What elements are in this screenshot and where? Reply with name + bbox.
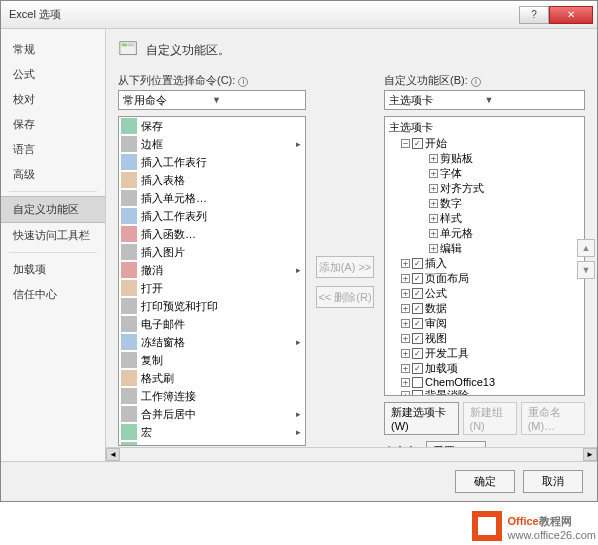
command-item[interactable]: 插入函数… — [119, 225, 305, 243]
tree-node-label: 背景消除 — [425, 388, 469, 396]
sidebar-item-addins[interactable]: 加载项 — [1, 257, 105, 282]
tree-node[interactable]: + ChemOffice13 — [387, 376, 582, 388]
checkbox[interactable]: ✓ — [412, 258, 423, 269]
close-button[interactable]: ✕ — [549, 6, 593, 24]
sidebar-item-advanced[interactable]: 高级 — [1, 162, 105, 187]
expand-icon[interactable]: + — [401, 319, 410, 328]
cancel-button[interactable]: 取消 — [523, 470, 583, 493]
checkbox[interactable]: ✓ — [412, 318, 423, 329]
sidebar-item-general[interactable]: 常规 — [1, 37, 105, 62]
expand-icon[interactable]: + — [401, 274, 410, 283]
help-button[interactable]: ? — [519, 6, 549, 24]
command-item[interactable]: 宏▸ — [119, 423, 305, 441]
collapse-icon[interactable]: − — [401, 139, 410, 148]
tree-node[interactable]: + 背景消除 — [387, 388, 582, 396]
checkbox[interactable]: ✓ — [412, 348, 423, 359]
expand-icon[interactable]: + — [429, 154, 438, 163]
command-item[interactable]: 边框▸ — [119, 135, 305, 153]
sidebar-item-quick-access[interactable]: 快速访问工具栏 — [1, 223, 105, 248]
sidebar-item-trust-center[interactable]: 信任中心 — [1, 282, 105, 307]
command-item[interactable]: 插入工作表列 — [119, 207, 305, 225]
checkbox[interactable]: ✓ — [412, 303, 423, 314]
sidebar-item-save[interactable]: 保存 — [1, 112, 105, 137]
tree-node[interactable]: +✓ 插入 — [387, 256, 582, 271]
info-icon[interactable]: i — [238, 77, 248, 87]
command-item[interactable]: 电子邮件 — [119, 315, 305, 333]
expand-icon[interactable]: + — [401, 289, 410, 298]
tree-child-node[interactable]: + 对齐方式 — [387, 181, 582, 196]
ok-button[interactable]: 确定 — [455, 470, 515, 493]
new-tab-button[interactable]: 新建选项卡(W) — [384, 402, 459, 435]
horizontal-scrollbar[interactable]: ◄ ► — [106, 447, 597, 461]
ribbon-tree[interactable]: 主选项卡−✓ 开始+ 剪贴板+ 字体+ 对齐方式+ 数字+ 样式+ 单元格+ 编… — [384, 116, 585, 396]
expand-icon[interactable]: + — [429, 244, 438, 253]
tree-node[interactable]: +✓ 视图 — [387, 331, 582, 346]
command-item[interactable]: 保存 — [119, 117, 305, 135]
command-item[interactable]: 冻结窗格▸ — [119, 333, 305, 351]
new-group-button[interactable]: 新建组(N) — [463, 402, 517, 435]
scroll-left-button[interactable]: ◄ — [106, 448, 120, 461]
command-label: 复制 — [141, 353, 303, 368]
command-item[interactable]: 插入单元格… — [119, 189, 305, 207]
expand-icon[interactable]: + — [401, 349, 410, 358]
expand-icon[interactable]: + — [401, 364, 410, 373]
expand-icon[interactable]: + — [429, 184, 438, 193]
command-item[interactable]: 恢复▸ — [119, 441, 305, 446]
expand-icon[interactable]: + — [429, 199, 438, 208]
info-icon[interactable]: i — [471, 77, 481, 87]
command-item[interactable]: 格式刷 — [119, 369, 305, 387]
tree-child-node[interactable]: + 编辑 — [387, 241, 582, 256]
sidebar-item-customize-ribbon[interactable]: 自定义功能区 — [1, 196, 105, 223]
ribbon-combo[interactable]: 主选项卡 ▼ — [384, 90, 585, 110]
rename-button[interactable]: 重命名(M)… — [521, 402, 585, 435]
tree-child-node[interactable]: + 数字 — [387, 196, 582, 211]
tree-child-node[interactable]: + 样式 — [387, 211, 582, 226]
command-item[interactable]: 工作簿连接 — [119, 387, 305, 405]
checkbox[interactable] — [412, 377, 423, 388]
expand-icon[interactable]: + — [429, 169, 438, 178]
expand-icon[interactable]: + — [429, 229, 438, 238]
scroll-right-button[interactable]: ► — [583, 448, 597, 461]
sidebar-item-language[interactable]: 语言 — [1, 137, 105, 162]
add-button[interactable]: 添加(A) >> — [316, 256, 374, 278]
tree-node[interactable]: +✓ 页面布局 — [387, 271, 582, 286]
checkbox[interactable]: ✓ — [412, 138, 423, 149]
sidebar-item-proofing[interactable]: 校对 — [1, 87, 105, 112]
command-item[interactable]: 打印预览和打印 — [119, 297, 305, 315]
move-up-button[interactable]: ▲ — [577, 239, 595, 257]
commands-combo[interactable]: 常用命令 ▼ — [118, 90, 306, 110]
remove-button[interactable]: << 删除(R) — [316, 286, 374, 308]
move-down-button[interactable]: ▼ — [577, 261, 595, 279]
checkbox[interactable]: ✓ — [412, 273, 423, 284]
checkbox[interactable]: ✓ — [412, 288, 423, 299]
command-item[interactable]: 插入表格 — [119, 171, 305, 189]
command-item[interactable]: 合并后居中▸ — [119, 405, 305, 423]
checkbox[interactable] — [412, 390, 423, 396]
command-item[interactable]: 撤消▸ — [119, 261, 305, 279]
checkbox[interactable]: ✓ — [412, 363, 423, 374]
command-item[interactable]: 复制 — [119, 351, 305, 369]
tree-node[interactable]: +✓ 加载项 — [387, 361, 582, 376]
tree-node[interactable]: +✓ 开发工具 — [387, 346, 582, 361]
checkbox[interactable]: ✓ — [412, 333, 423, 344]
scroll-track[interactable] — [120, 448, 583, 461]
tree-child-node[interactable]: + 单元格 — [387, 226, 582, 241]
tree-node[interactable]: −✓ 开始 — [387, 136, 582, 151]
expand-icon[interactable]: + — [401, 378, 410, 387]
expand-icon[interactable]: + — [429, 214, 438, 223]
sidebar-item-formulas[interactable]: 公式 — [1, 62, 105, 87]
tree-node[interactable]: +✓ 公式 — [387, 286, 582, 301]
commands-listbox[interactable]: 保存边框▸插入工作表行插入表格插入单元格…插入工作表列插入函数…插入图片撤消▸打… — [118, 116, 306, 446]
tree-child-node[interactable]: + 剪贴板 — [387, 151, 582, 166]
tree-node[interactable]: +✓ 审阅 — [387, 316, 582, 331]
expand-icon[interactable]: + — [401, 259, 410, 268]
tree-node[interactable]: +✓ 数据 — [387, 301, 582, 316]
expand-icon[interactable]: + — [401, 334, 410, 343]
command-item[interactable]: 打开 — [119, 279, 305, 297]
command-item[interactable]: 插入工作表行 — [119, 153, 305, 171]
tree-child-node[interactable]: + 字体 — [387, 166, 582, 181]
command-item[interactable]: 插入图片 — [119, 243, 305, 261]
expand-icon[interactable]: + — [401, 391, 410, 396]
tree-root-label: 主选项卡 — [387, 119, 582, 136]
expand-icon[interactable]: + — [401, 304, 410, 313]
